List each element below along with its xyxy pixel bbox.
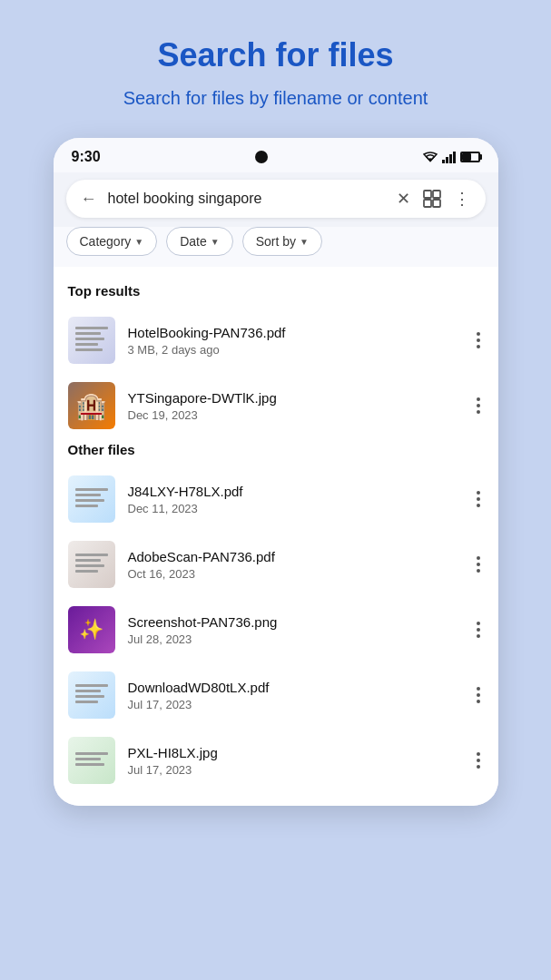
more-button[interactable] (473, 683, 484, 707)
filter-date-arrow: ▼ (211, 237, 220, 247)
more-button[interactable] (473, 394, 484, 417)
dot (477, 563, 480, 566)
purple-icon: ✨ (79, 618, 103, 642)
status-icons (422, 151, 480, 163)
dot (477, 497, 480, 501)
svg-rect-1 (446, 157, 448, 163)
svg-rect-6 (424, 200, 431, 207)
dot (477, 569, 480, 573)
file-info: AdobeScan-PAN736.pdf Oct 16, 2023 (128, 549, 460, 581)
pdf-lines (75, 327, 108, 354)
file-meta: Jul 17, 2023 (128, 763, 460, 777)
file-info: DownloadWD80tLX.pdf Jul 17, 2023 (128, 680, 460, 711)
more-button[interactable] (473, 328, 484, 352)
dot (477, 752, 480, 756)
file-thumbnail: ✨ (68, 606, 115, 653)
section-title-top: Top results (54, 279, 498, 308)
section-other-files: Other files J84LXY-H78LX.pdf Dec 11, 202… (54, 438, 498, 793)
file-name: Screenshot-PAN736.png (128, 614, 460, 630)
file-info: Screenshot-PAN736.png Jul 28, 2023 (128, 614, 460, 646)
filter-bar: Category ▼ Date ▼ Sort by ▼ (54, 227, 498, 267)
battery-tip (480, 154, 482, 160)
file-info: J84LXY-H78LX.pdf Dec 11, 2023 (128, 484, 460, 515)
more-button[interactable] (473, 487, 484, 511)
file-meta: Dec 19, 2023 (128, 408, 460, 422)
filter-category-label: Category (80, 234, 132, 249)
file-info: HotelBooking-PAN736.pdf 3 MB, 2 days ago (128, 325, 460, 357)
filter-chip-date[interactable]: Date ▼ (166, 227, 232, 256)
file-thumbnail (68, 671, 115, 719)
pdf-lines (75, 752, 108, 769)
battery-icon (460, 152, 480, 162)
phone-container: 9:30 ← hotel booking singapore ✕ (54, 138, 498, 806)
file-info: PXL-HI8LX.jpg Jul 17, 2023 (128, 745, 460, 777)
signal-icon (442, 151, 457, 163)
dot (477, 693, 480, 697)
pdf-lines (75, 684, 108, 706)
file-meta: Dec 11, 2023 (128, 502, 460, 515)
file-thumbnail (68, 737, 115, 784)
file-meta: Jul 17, 2023 (128, 698, 460, 711)
more-icon[interactable]: ⋮ (454, 189, 471, 209)
filter-chip-sort[interactable]: Sort by ▼ (242, 227, 322, 256)
grid-icon[interactable] (423, 190, 441, 208)
svg-rect-7 (433, 200, 440, 207)
dot (477, 700, 480, 703)
dot (477, 491, 480, 495)
dot (477, 556, 480, 560)
more-button[interactable] (473, 553, 484, 576)
back-icon[interactable]: ← (81, 190, 97, 209)
file-name: HotelBooking-PAN736.pdf (128, 325, 460, 340)
dot (477, 687, 480, 691)
list-item[interactable]: J84LXY-H78LX.pdf Dec 11, 2023 (54, 466, 498, 532)
file-info: YTSingapore-DWTlK.jpg Dec 19, 2023 (128, 390, 460, 422)
dot (477, 345, 480, 348)
file-thumbnail (68, 541, 115, 588)
dot (477, 404, 480, 407)
search-bar[interactable]: ← hotel booking singapore ✕ ⋮ (66, 180, 486, 218)
file-name: YTSingapore-DWTlK.jpg (128, 390, 460, 406)
list-item[interactable]: HotelBooking-PAN736.pdf 3 MB, 2 days ago (54, 308, 498, 373)
svg-rect-2 (449, 154, 452, 163)
file-name: AdobeScan-PAN736.pdf (128, 549, 460, 564)
file-name: PXL-HI8LX.jpg (128, 745, 460, 760)
dot (477, 504, 480, 507)
svg-rect-5 (433, 191, 440, 198)
file-thumbnail: 🏨 (68, 382, 115, 429)
dot (477, 338, 480, 342)
search-query: hotel booking singapore (108, 191, 386, 207)
pdf-lines (75, 554, 108, 575)
filter-date-label: Date (180, 234, 207, 249)
list-item[interactable]: ✨ Screenshot-PAN736.png Jul 28, 2023 (54, 597, 498, 662)
dot (477, 628, 480, 632)
page-subtitle: Search for files by filename or content (123, 85, 428, 111)
page-header: Search for files Search for files by fil… (87, 0, 465, 129)
wifi-icon (422, 151, 438, 163)
dot (477, 410, 480, 414)
dot (477, 622, 480, 625)
dot (477, 765, 480, 769)
hotel-icon: 🏨 (75, 391, 107, 421)
more-button[interactable] (473, 618, 484, 642)
section-title-other: Other files (54, 438, 498, 466)
list-item[interactable]: AdobeScan-PAN736.pdf Oct 16, 2023 (54, 532, 498, 597)
status-bar: 9:30 (54, 138, 498, 172)
list-item[interactable]: DownloadWD80tLX.pdf Jul 17, 2023 (54, 662, 498, 728)
more-button[interactable] (473, 749, 484, 772)
clear-icon[interactable]: ✕ (397, 189, 410, 209)
file-meta: 3 MB, 2 days ago (128, 343, 460, 357)
file-meta: Oct 16, 2023 (128, 567, 460, 581)
filter-category-arrow: ▼ (134, 237, 143, 247)
file-thumbnail (68, 317, 115, 364)
list-item[interactable]: 🏨 YTSingapore-DWTlK.jpg Dec 19, 2023 (54, 373, 498, 438)
file-meta: Jul 28, 2023 (128, 632, 460, 646)
filter-sort-label: Sort by (256, 234, 296, 249)
file-name: J84LXY-H78LX.pdf (128, 484, 460, 499)
svg-rect-4 (424, 191, 431, 198)
status-camera (255, 151, 268, 163)
dot (477, 397, 480, 401)
section-top-results: Top results HotelBooking-PAN736.pdf 3 MB… (54, 279, 498, 438)
list-item[interactable]: PXL-HI8LX.jpg Jul 17, 2023 (54, 728, 498, 793)
filter-chip-category[interactable]: Category ▼ (66, 227, 158, 256)
pdf-lines (75, 488, 108, 510)
